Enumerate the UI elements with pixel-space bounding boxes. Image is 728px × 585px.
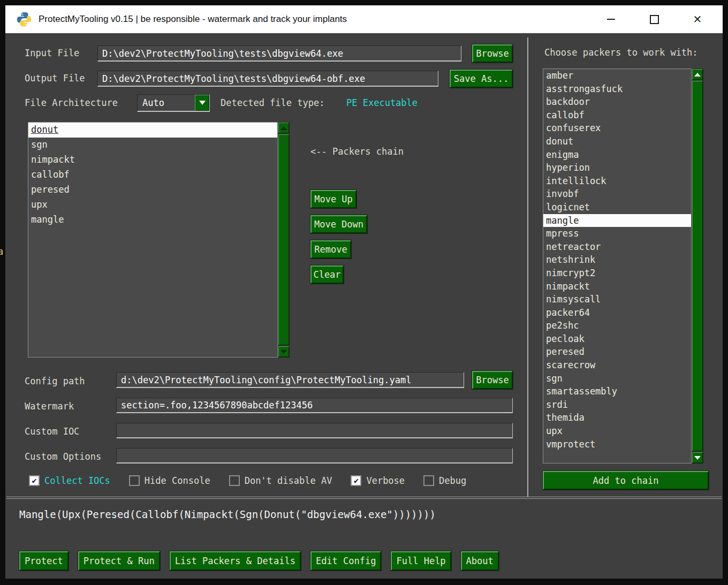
scroll-up-button[interactable] bbox=[692, 69, 703, 80]
chain-item-peresed[interactable]: peresed bbox=[28, 183, 277, 197]
packer-item-donut[interactable]: donut bbox=[543, 135, 691, 148]
packer-item-nimcrypt2[interactable]: nimcrypt2 bbox=[543, 267, 691, 280]
watermark-label: Watermark bbox=[25, 401, 74, 412]
packer-item-amber[interactable]: amber bbox=[543, 69, 691, 82]
config-path-field[interactable]: d:\dev2\ProtectMyTooling\config\ProtectM… bbox=[116, 372, 464, 388]
config-path-browse-button[interactable]: Browse bbox=[472, 371, 513, 389]
packer-item-enigma[interactable]: enigma bbox=[543, 148, 691, 162]
minimize-button[interactable] bbox=[605, 13, 617, 25]
custom-ioc-field[interactable] bbox=[116, 423, 513, 438]
input-file-label: Input File bbox=[25, 48, 79, 58]
chain-listbox[interactable]: donutsgnnimpacktcallobfperesedupxmangle bbox=[28, 122, 278, 358]
checkbox-hide-console[interactable]: Hide Console bbox=[129, 475, 210, 486]
packer-item-nimpackt[interactable]: nimpackt bbox=[543, 280, 691, 293]
chain-item-nimpackt[interactable]: nimpackt bbox=[28, 153, 277, 168]
protect-run-button[interactable]: Protect & Run bbox=[78, 551, 160, 571]
protect-button[interactable]: Protect bbox=[19, 551, 69, 571]
watermark-field[interactable]: section=.foo,1234567890abcdef123456 bbox=[116, 398, 513, 413]
chain-item-donut[interactable]: donut bbox=[28, 123, 277, 138]
packer-item-vmprotect[interactable]: vmprotect bbox=[543, 438, 691, 451]
minimize-icon bbox=[607, 19, 615, 20]
arrow-up-icon bbox=[694, 73, 701, 77]
checkbox-don-t-disable-av[interactable]: Don't disable AV bbox=[229, 475, 332, 486]
output-file-field[interactable]: D:\dev2\ProtectMyTooling\tests\dbgview64… bbox=[97, 71, 438, 87]
scroll-down-button[interactable] bbox=[692, 452, 703, 463]
checkbox-box-hide-console[interactable] bbox=[129, 475, 140, 486]
input-file-browse-button[interactable]: Browse bbox=[472, 44, 513, 63]
maximize-button[interactable] bbox=[648, 13, 660, 25]
packer-item-pecloak[interactable]: pecloak bbox=[543, 332, 691, 346]
packers-listbox[interactable]: amberasstrongasfuckbackdoorcallobfconfus… bbox=[543, 69, 692, 464]
checkbox-box-don-t-disable-av[interactable] bbox=[229, 475, 240, 486]
move-down-button[interactable]: Move Down bbox=[310, 215, 367, 233]
packer-item-scarecrow[interactable]: scarecrow bbox=[543, 359, 691, 372]
output-file-save-as-button[interactable]: Save As... bbox=[450, 70, 513, 88]
window-controls: ✕ bbox=[605, 13, 723, 25]
checkbox-label-verbose: Verbose bbox=[366, 475, 405, 486]
packer-item-intellilock[interactable]: intellilock bbox=[543, 174, 691, 188]
arrow-down-icon bbox=[694, 456, 701, 460]
packer-item-sgn[interactable]: sgn bbox=[543, 372, 691, 385]
dropdown-arrow-button[interactable] bbox=[195, 95, 209, 111]
checkbox-box-verbose[interactable]: ✔ bbox=[351, 475, 361, 486]
input-file-field[interactable]: D:\dev2\ProtectMyTooling\tests\dbgview64… bbox=[97, 45, 461, 62]
move-up-button[interactable]: Move Up bbox=[310, 190, 357, 208]
checkbox-collect-iocs[interactable]: ✔Collect IOCs bbox=[29, 475, 110, 486]
chain-item-mangle[interactable]: mangle bbox=[28, 212, 277, 227]
edit-config-button[interactable]: Edit Config bbox=[310, 551, 382, 571]
chain-item-upx[interactable]: upx bbox=[28, 197, 277, 212]
remove-button[interactable]: Remove bbox=[310, 240, 351, 259]
packer-item-themida[interactable]: themida bbox=[543, 411, 691, 424]
packer-item-netreactor[interactable]: netreactor bbox=[543, 240, 691, 254]
checkbox-debug[interactable]: Debug bbox=[423, 475, 466, 486]
vertical-separator bbox=[527, 37, 528, 497]
output-file-label: Output File bbox=[25, 73, 85, 83]
about-button[interactable]: About bbox=[461, 551, 499, 571]
file-architecture-dropdown[interactable]: Auto bbox=[137, 94, 210, 112]
full-help-button[interactable]: Full Help bbox=[391, 551, 451, 571]
packer-item-pe2shc[interactable]: pe2shc bbox=[543, 319, 691, 332]
packer-item-backdoor[interactable]: backdoor bbox=[543, 95, 691, 109]
window-title: ProtectMyTooling v0.15 | be responsible … bbox=[39, 14, 347, 25]
packer-item-asstrongasfuck[interactable]: asstrongasfuck bbox=[543, 82, 691, 96]
packer-item-netshrink[interactable]: netshrink bbox=[543, 253, 691, 267]
add-to-chain-button[interactable]: Add to chain bbox=[543, 471, 709, 490]
packer-item-srdi[interactable]: srdi bbox=[543, 398, 691, 412]
scroll-up-button[interactable] bbox=[278, 123, 289, 133]
packers-listbox-scrollbar[interactable] bbox=[692, 69, 703, 464]
config-path-label: Config path bbox=[25, 376, 85, 386]
clear-button[interactable]: Clear bbox=[310, 265, 344, 284]
scrollbar-thumb[interactable] bbox=[692, 81, 703, 451]
packer-item-hyperion[interactable]: hyperion bbox=[543, 161, 691, 174]
scrollbar-thumb[interactable] bbox=[278, 134, 289, 345]
packer-item-mpress[interactable]: mpress bbox=[543, 227, 691, 240]
chevron-down-icon bbox=[199, 101, 206, 105]
packer-item-nimsyscall[interactable]: nimsyscall bbox=[543, 293, 691, 306]
packer-item-callobf[interactable]: callobf bbox=[543, 109, 691, 122]
file-architecture-label: File Architecture bbox=[25, 97, 118, 108]
chain-item-sgn[interactable]: sgn bbox=[28, 138, 277, 153]
packer-item-invobf[interactable]: invobf bbox=[543, 187, 691, 201]
checkbox-box-debug[interactable] bbox=[423, 475, 434, 486]
checkbox-box-collect-iocs[interactable]: ✔ bbox=[29, 475, 40, 486]
custom-options-field[interactable] bbox=[116, 448, 513, 464]
scroll-down-button[interactable] bbox=[278, 346, 289, 357]
packer-item-smartassembly[interactable]: smartassembly bbox=[543, 385, 691, 398]
custom-options-label: Custom Options bbox=[25, 451, 101, 462]
custom-ioc-label: Custom IOC bbox=[25, 426, 79, 437]
packer-item-logicnet[interactable]: logicnet bbox=[543, 201, 691, 214]
packer-item-packer64[interactable]: packer64 bbox=[543, 306, 691, 320]
checkbox-verbose[interactable]: ✔Verbose bbox=[351, 475, 405, 486]
options-row: ✔Collect IOCsHide ConsoleDon't disable A… bbox=[29, 474, 466, 487]
packer-item-peresed[interactable]: peresed bbox=[543, 345, 691, 359]
packer-item-mangle[interactable]: mangle bbox=[543, 214, 691, 227]
packer-item-upx[interactable]: upx bbox=[543, 424, 691, 438]
checkbox-label-hide-console: Hide Console bbox=[145, 475, 210, 486]
chain-item-callobf[interactable]: callobf bbox=[28, 168, 277, 183]
packer-item-confuserex[interactable]: confuserex bbox=[543, 121, 691, 135]
maximize-icon bbox=[650, 15, 659, 24]
close-button[interactable]: ✕ bbox=[692, 13, 703, 25]
checkbox-label-collect-iocs: Collect IOCs bbox=[44, 475, 110, 486]
chain-listbox-scrollbar[interactable] bbox=[278, 122, 290, 358]
list-packers-details-button[interactable]: List Packers & Details bbox=[170, 551, 301, 571]
